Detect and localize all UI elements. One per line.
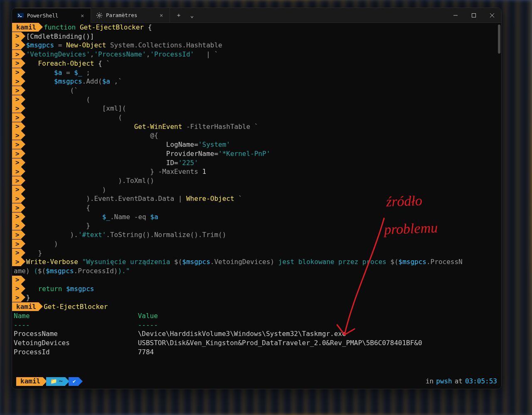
terminal-line: VetoingDevices USBSTOR\Disk&Ven_Kingston… (12, 338, 497, 348)
terminal-line: > ID='225' (12, 158, 497, 168)
terminal-line: > { (12, 203, 497, 212)
terminal-line: >$msgpcs = New-Object System.Collections… (12, 41, 497, 50)
terminal-line: > [xml]( (12, 104, 497, 113)
svg-rect-0 (17, 13, 24, 18)
close-window-button[interactable] (483, 8, 501, 23)
status-bar: kamil 📁 ~ ✔ in pwsh at 03:05:53 (12, 376, 501, 386)
prompt-user-chip: kamil (16, 377, 43, 386)
tab-label: PowerShell (27, 12, 58, 19)
tab-label: Paramètres (106, 12, 137, 18)
tab-dropdown-button[interactable]: ⌄ (186, 10, 198, 21)
terminal-line: > $a = $_ ; (12, 68, 497, 77)
tab-actions: ＋ ⌄ (170, 10, 198, 21)
terminal-line: >'VetoingDevices','ProcessName','Process… (12, 50, 497, 59)
terminal-line: >} (12, 293, 497, 302)
terminal-line: ProcessName \Device\HarddiskVolume3\Wind… (12, 329, 497, 338)
status-in: in (426, 377, 433, 386)
terminal-content: kamilfunction Get-EjectBlocker {>[Cmdlet… (12, 23, 501, 389)
terminal-line: > (12, 276, 497, 284)
terminal-line: > (` (12, 86, 497, 95)
prompt-path-chip: 📁 ~ (46, 377, 65, 386)
gear-icon (96, 12, 103, 19)
minimize-button[interactable] (446, 8, 465, 23)
terminal-viewport[interactable]: kamilfunction Get-EjectBlocker {>[Cmdlet… (12, 23, 501, 389)
terminal-window: PowerShell ✕ Paramètres ✕ ＋ ⌄ (12, 7, 502, 389)
status-right: in pwsh at 03:05:53 (426, 377, 497, 386)
terminal-line: kamilGet-EjectBlocker (12, 302, 497, 311)
terminal-line: ---- ----- (12, 321, 497, 330)
terminal-line: > LogName='System' (12, 140, 497, 149)
scrollbar-thumb[interactable] (498, 25, 500, 54)
terminal-line: > ProviderName='*Kernel-PnP' (12, 149, 497, 158)
prompt-status-chip: ✔ (69, 377, 79, 386)
terminal-line: > $msgpcs.Add($a ,` (12, 77, 497, 86)
svg-rect-3 (472, 13, 476, 17)
folder-icon: 📁 (50, 377, 57, 386)
terminal-line: > } -MaxEvents 1 (12, 167, 497, 176)
terminal-line: > return $msgpcs (12, 284, 497, 294)
terminal-line: Name Value (12, 311, 497, 321)
terminal-line: > ) (12, 240, 497, 249)
status-time: 03:05:53 (465, 377, 497, 386)
terminal-line: > ) (12, 185, 497, 195)
terminal-line: > ).'#text'.ToString().Normalize().Trim(… (12, 230, 497, 240)
terminal-line: > Foreach-Object { ` (12, 59, 497, 68)
new-tab-button[interactable]: ＋ (172, 10, 185, 21)
terminal-line: > } (12, 221, 497, 230)
terminal-line: kamilfunction Get-EjectBlocker { (12, 23, 497, 32)
titlebar: PowerShell ✕ Paramètres ✕ ＋ ⌄ (12, 8, 501, 23)
terminal-line: > } (12, 249, 497, 258)
status-shell: pwsh (436, 377, 452, 386)
chevron-down-icon: ⌄ (190, 12, 194, 19)
tab-powershell[interactable]: PowerShell ✕ (12, 8, 91, 23)
status-user: kamil (20, 377, 40, 386)
terminal-line: > $_.Name -eq $a (12, 212, 497, 222)
terminal-line: >Write-Verbose "Wysunięcie urządzenia $(… (12, 257, 497, 267)
status-at: at (455, 377, 463, 386)
powershell-icon (17, 12, 24, 19)
status-folder: ~ (59, 377, 63, 386)
terminal-line: ame) ($($msgpcs.ProcessId))." (12, 267, 497, 276)
check-icon: ✔ (73, 377, 76, 386)
terminal-line: >[CmdletBinding()] (12, 32, 497, 41)
close-icon[interactable]: ✕ (158, 11, 165, 19)
terminal-line: > ).Event.EventData.Data | Where-Object … (12, 194, 497, 203)
terminal-line: > ( (12, 95, 497, 104)
terminal-line: ProcessId 7784 (12, 348, 497, 357)
terminal-line: > @{ (12, 131, 497, 140)
close-icon[interactable]: ✕ (79, 12, 86, 20)
tab-settings[interactable]: Paramètres ✕ (91, 8, 170, 23)
terminal-line: > ( (12, 113, 497, 122)
svg-point-1 (99, 14, 100, 16)
terminal-line: > ).ToXml() (12, 176, 497, 185)
window-controls (446, 8, 501, 23)
terminal-line: > Get-WinEvent -FilterHashTable ` (12, 122, 497, 131)
maximize-button[interactable] (465, 8, 483, 23)
